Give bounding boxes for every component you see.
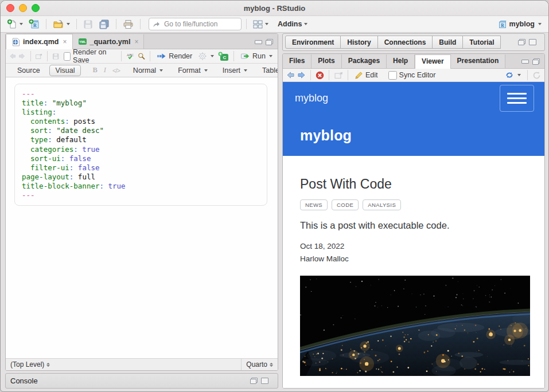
- maximize-console-icon[interactable]: [261, 378, 268, 384]
- code-line: categories: true: [22, 145, 260, 154]
- tab-presentation[interactable]: Presentation: [451, 54, 506, 68]
- visual-editor-toolbar: Source Visual B I </> Normal Format Inse…: [6, 64, 278, 77]
- svg-text:C: C: [223, 55, 227, 60]
- source-mode-button[interactable]: Source: [11, 65, 46, 76]
- tab-build[interactable]: Build: [432, 36, 463, 49]
- render-on-save-label: Render on Save: [73, 48, 115, 64]
- code-line: sort: "date desc": [22, 126, 260, 135]
- code-line: filter-ui: false: [22, 163, 260, 173]
- maximize-env-pane-icon[interactable]: [529, 39, 536, 45]
- code-line: sort-ui: false: [22, 154, 260, 163]
- tab-viewer[interactable]: Viewer: [415, 54, 450, 69]
- print-button[interactable]: [121, 18, 135, 30]
- blog-brand-link[interactable]: myblog: [295, 92, 328, 104]
- viewer-back-icon[interactable]: [286, 71, 295, 79]
- zoom-window-button[interactable]: [32, 4, 40, 12]
- filetype-selector[interactable]: Quarto: [241, 359, 278, 370]
- tab-files[interactable]: Files: [283, 54, 312, 68]
- search-icon[interactable]: [138, 52, 145, 61]
- render-on-save-checkbox[interactable]: Render on Save: [62, 48, 117, 65]
- blog-post-body: Post With Code NEWSCODEANALYSIS This is …: [283, 156, 544, 388]
- format-menu[interactable]: Format: [176, 66, 209, 75]
- close-window-button[interactable]: [6, 4, 14, 12]
- hamburger-menu-button[interactable]: [500, 85, 534, 112]
- category-badge-code[interactable]: CODE: [332, 199, 359, 210]
- paragraph-style-menu[interactable]: Normal: [131, 66, 165, 75]
- tab-quarto-yml[interactable]: YML _quarto.yml ×: [73, 34, 145, 49]
- viewer-toolbar: Edit Sync Editor: [283, 69, 544, 82]
- close-tab-icon[interactable]: ×: [63, 38, 67, 46]
- tab-plots[interactable]: Plots: [312, 54, 341, 68]
- tab-tutorial[interactable]: Tutorial: [462, 36, 501, 49]
- open-in-window-icon[interactable]: [35, 52, 42, 60]
- run-button[interactable]: Run: [239, 52, 274, 61]
- maximize-pane-icon[interactable]: [266, 39, 273, 45]
- scope-selector[interactable]: (Top Level): [6, 360, 50, 369]
- save-icon[interactable]: [52, 52, 59, 61]
- maximize-pane-icon[interactable]: [532, 58, 540, 65]
- new-project-icon: R: [29, 19, 40, 29]
- table-menu[interactable]: Table: [260, 66, 278, 75]
- project-cube-icon: R: [498, 20, 507, 29]
- gear-icon: [198, 52, 207, 61]
- render-button[interactable]: Render: [155, 52, 194, 61]
- editor-content[interactable]: ---title: "myblog"listing: contents: pos…: [6, 77, 278, 358]
- category-badge-analysis[interactable]: ANALYSIS: [363, 199, 401, 210]
- minimize-pane-icon[interactable]: [521, 60, 529, 64]
- tab-environment[interactable]: Environment: [285, 36, 341, 49]
- italic-button[interactable]: I: [104, 66, 106, 75]
- viewer-popout-icon[interactable]: [334, 71, 343, 79]
- addins-button[interactable]: Addins: [276, 19, 309, 29]
- sync-editor-checkbox[interactable]: Sync Editor: [387, 70, 438, 80]
- visual-mode-button[interactable]: Visual: [49, 65, 81, 76]
- back-icon[interactable]: [9, 52, 16, 60]
- code-line: title: "myblog": [22, 99, 260, 108]
- restore-env-pane-icon[interactable]: [518, 39, 525, 45]
- insert-menu[interactable]: Insert: [221, 66, 249, 75]
- edit-button[interactable]: Edit: [353, 70, 380, 80]
- viewer-forward-icon[interactable]: [297, 71, 306, 79]
- new-file-button[interactable]: [5, 18, 25, 30]
- code-line: ---: [22, 191, 260, 200]
- panes-layout-button[interactable]: [251, 19, 270, 30]
- stop-icon[interactable]: [316, 71, 324, 80]
- svg-text:YML: YML: [79, 40, 86, 44]
- print-icon: [123, 19, 134, 29]
- forward-icon[interactable]: [18, 52, 25, 60]
- render-label: Render: [169, 52, 192, 60]
- goto-file-search[interactable]: [149, 18, 242, 30]
- post-description: This is a post with executable code.: [300, 220, 527, 231]
- quarto-file-icon: [11, 38, 20, 46]
- tab-index-qmd[interactable]: index.qmd ×: [6, 34, 73, 49]
- render-options-button[interactable]: [196, 51, 216, 61]
- tab-history[interactable]: History: [340, 36, 377, 49]
- editor-tabbar: index.qmd × YML _quarto.yml ×: [6, 34, 278, 49]
- category-badge-news[interactable]: NEWS: [300, 199, 328, 210]
- save-all-button[interactable]: [97, 18, 111, 30]
- new-project-button[interactable]: R: [27, 18, 41, 30]
- project-name: myblog: [509, 20, 535, 28]
- minimize-pane-icon[interactable]: [255, 40, 262, 44]
- close-tab-icon[interactable]: ×: [134, 38, 138, 46]
- tab-packages[interactable]: Packages: [342, 54, 387, 68]
- open-file-button[interactable]: [51, 18, 72, 30]
- source-editor-pane: index.qmd × YML _quarto.yml × Render o: [5, 33, 278, 371]
- titlebar: myblog - RStudio: [1, 1, 548, 16]
- viewer-sync-caret-icon: [517, 74, 521, 76]
- minimize-window-button[interactable]: [19, 4, 27, 12]
- spellcheck-icon[interactable]: ABC: [126, 52, 135, 61]
- viewer-sync-button[interactable]: [503, 70, 523, 80]
- goto-file-input[interactable]: [163, 19, 228, 29]
- bold-button[interactable]: B: [92, 66, 97, 75]
- hamburger-icon: [507, 93, 527, 95]
- refresh-icon[interactable]: [532, 71, 541, 80]
- blog-title-banner: myblog: [283, 115, 544, 156]
- code-button[interactable]: </>: [112, 67, 120, 74]
- code-line: listing:: [22, 108, 260, 117]
- tab-help[interactable]: Help: [387, 54, 415, 68]
- insert-chunk-button[interactable]: C: [218, 52, 229, 61]
- save-button[interactable]: [81, 18, 95, 30]
- project-menu-button[interactable]: R myblog: [498, 20, 542, 29]
- tab-connections[interactable]: Connections: [377, 36, 433, 49]
- restore-console-icon[interactable]: [250, 378, 258, 384]
